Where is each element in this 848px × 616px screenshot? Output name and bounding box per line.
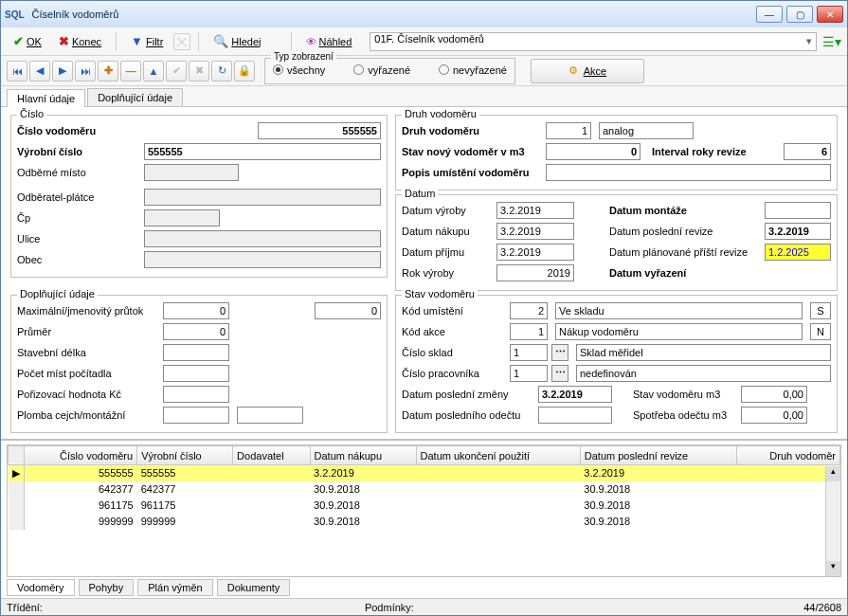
confirm-button[interactable]: ✔ [166, 61, 187, 82]
datum-plan-rev-label: Datum plánované příští revize [609, 246, 761, 258]
prutok-a-input[interactable] [163, 302, 229, 319]
stav-novy-input[interactable] [546, 143, 641, 160]
add-button[interactable]: ✚ [98, 61, 118, 82]
maximize-button[interactable]: ▢ [786, 6, 813, 23]
grid-col-6[interactable]: Druh vodoměr [736, 446, 840, 465]
obec-label: Obec [17, 254, 140, 265]
up-button[interactable]: ▲ [143, 61, 164, 82]
kod-um-input[interactable] [510, 302, 548, 319]
filtr-button[interactable]: ▼Filtr [124, 31, 170, 52]
radio-vsechny[interactable]: všechny [273, 64, 325, 76]
datum-vyroby-input[interactable] [496, 202, 574, 219]
kod-akce-input[interactable] [510, 323, 548, 340]
interval-label: Interval roky revize [652, 146, 747, 157]
grid-col-4[interactable]: Datum ukončení použití [416, 446, 580, 465]
datum-nakupu-input[interactable] [496, 223, 574, 240]
refresh-button[interactable]: ↻ [211, 61, 232, 82]
ok-button[interactable]: ✔OK [7, 31, 48, 52]
minimize-button[interactable]: — [756, 6, 783, 23]
tab-doplnujici[interactable]: Doplňující údaje [87, 88, 183, 106]
poriz-input[interactable] [163, 386, 229, 403]
prumer-input[interactable] [163, 323, 229, 340]
clear-filter-button[interactable] [173, 33, 190, 50]
bottab-vodomery[interactable]: Vodoměry [7, 579, 75, 596]
first-button[interactable]: ⏮ [7, 61, 27, 82]
ulice-input [144, 230, 381, 247]
prev-button[interactable]: ◀ [29, 61, 50, 82]
dpo-input[interactable] [538, 407, 612, 424]
grid-col-3[interactable]: Datum nákupu [310, 446, 416, 465]
stavdelka-input[interactable] [163, 344, 229, 361]
remove-button[interactable]: — [120, 61, 141, 82]
datum-montaze-label: Datum montáže [609, 205, 761, 216]
status-trideni: Třídění: [7, 602, 43, 613]
sklad-input[interactable] [510, 344, 548, 361]
nahled-button[interactable]: 👁Náhled [299, 31, 359, 52]
druh-legend: Druh vodoměru [402, 108, 479, 119]
tab-hlavni[interactable]: Hlavní údaje [7, 89, 85, 107]
list-menu-icon[interactable]: ☰▾ [822, 34, 841, 49]
pocetmist-input[interactable] [163, 365, 229, 382]
vyrobni-label: Výrobní číslo [17, 146, 140, 157]
bottab-dokumenty[interactable]: Dokumenty [217, 579, 291, 596]
rok-vyroby-input[interactable] [496, 264, 574, 281]
main-toolbar: ✔OK ✖Konec ▼Filtr 🔍Hledej 👁Náhled 01F. Č… [1, 27, 847, 56]
app-icon: SQL [5, 9, 25, 20]
prac-input[interactable] [510, 365, 548, 382]
table-row[interactable]: 64237764237730.9.201830.9.20181 [9, 481, 840, 498]
prac-lookup[interactable]: ⋯ [551, 365, 568, 382]
cislo-group: Číslo Číslo vodoměru Výrobní číslo Odběr… [10, 115, 388, 278]
grid-col-2[interactable]: Dodavatel [233, 446, 310, 465]
stavm3-input[interactable] [741, 386, 807, 403]
table-row[interactable]: 96117596117530.9.201830.9.20181 [9, 498, 840, 514]
radio-vyrazene[interactable]: vyřazené [353, 64, 410, 76]
kod-um-s [810, 302, 831, 319]
last-button[interactable]: ⏭ [75, 61, 96, 82]
grid-corner[interactable] [9, 446, 25, 465]
cislo-vodomeru-input[interactable] [258, 122, 381, 139]
datum-posl-rev-input[interactable] [765, 223, 831, 240]
akce-button[interactable]: ⚙Akce [531, 59, 644, 83]
table-row[interactable]: 99999999999930.9.201830.9.20181 [9, 514, 840, 530]
stavdelka-label: Stavební délka [17, 347, 159, 358]
grid-col-1[interactable]: Výrobní číslo [137, 446, 233, 465]
datum-montaze-input[interactable] [765, 202, 831, 219]
table-row[interactable]: ▶ 5555555555553.2.20193.2.20191 [9, 465, 840, 481]
typ-legend: Typ zobrazení [271, 51, 336, 62]
cancel-button[interactable]: ✖ [189, 61, 209, 82]
bottab-pohyby[interactable]: Pohyby [79, 579, 135, 596]
close-button[interactable]: ✕ [817, 6, 843, 23]
druh-txt-input[interactable] [599, 122, 694, 139]
nav-toolbar: ⏮ ◀ ▶ ⏭ ✚ — ▲ ✔ ✖ ↻ 🔒 Typ zobrazení všec… [1, 56, 847, 86]
datum-plan-rev-input[interactable] [765, 244, 831, 261]
sklad-lookup[interactable]: ⋯ [551, 344, 568, 361]
radio-nevyrazene[interactable]: nevyřazené [439, 64, 507, 76]
spotr-input[interactable] [741, 407, 807, 424]
stav-legend: Stav vodoměru [402, 288, 478, 299]
odberne-input[interactable] [144, 164, 239, 181]
konec-button[interactable]: ✖Konec [52, 31, 108, 52]
lock-button[interactable]: 🔒 [234, 61, 255, 82]
plomba-a-input[interactable] [163, 407, 229, 424]
bottab-plan[interactable]: Plán výměn [137, 579, 212, 596]
grid-scrollbar[interactable]: ▴▾ [825, 466, 840, 576]
window-title: Číselník vodoměrů [28, 9, 756, 20]
odberatel-label: Odběratel-plátce [17, 191, 140, 203]
datum-prijmu-input[interactable] [496, 244, 574, 261]
plomba-b-input[interactable] [237, 407, 303, 424]
next-button[interactable]: ▶ [52, 61, 73, 82]
druh-num-input[interactable] [546, 122, 591, 139]
grid-col-0[interactable]: Číslo vodoměru [24, 446, 137, 465]
grid-col-5[interactable]: Datum poslední revize [580, 446, 736, 465]
popis-input[interactable] [546, 164, 831, 181]
vyrobni-input[interactable] [144, 143, 381, 160]
odberatel-input [144, 189, 381, 206]
dpz-input[interactable] [538, 386, 612, 403]
nahled-select[interactable]: 01F. Číselník vodoměrů [370, 32, 817, 51]
dpz-label: Datum poslední změny [402, 389, 534, 400]
data-grid[interactable]: Číslo vodoměruVýrobní čísloDodavatelDatu… [7, 444, 841, 577]
hledej-button[interactable]: 🔍Hledej [207, 31, 267, 52]
interval-input[interactable] [784, 143, 831, 160]
prutok-b-input[interactable] [315, 302, 381, 319]
plomba-label: Plomba cejch/montážní [17, 409, 159, 421]
